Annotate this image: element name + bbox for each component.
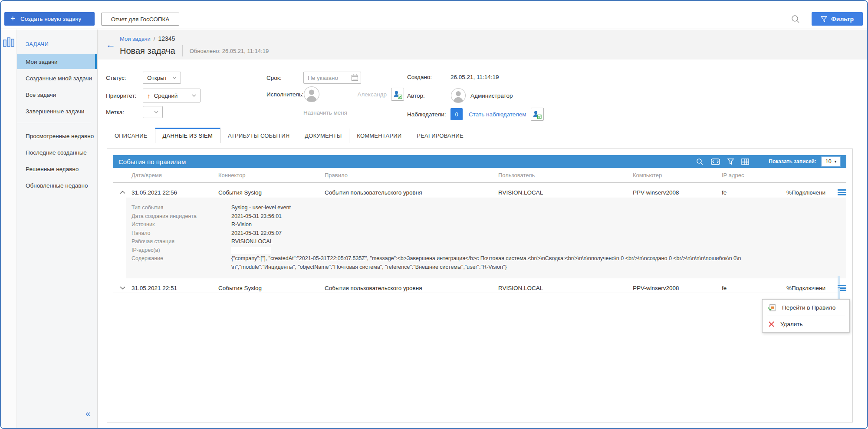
breadcrumb-link-my-tasks[interactable]: Мои задачи (120, 36, 151, 42)
plus-icon: + (10, 14, 15, 23)
sidebar: ЗАДАЧИ Мои задачи Созданные мной задачи … (17, 30, 98, 428)
priority-select[interactable]: ↑ Средний (143, 89, 201, 102)
status-select[interactable]: Открыт (143, 72, 181, 84)
tab-event-attributes[interactable]: АТРИБУТЫ СОБЫТИЯ (220, 129, 297, 143)
become-watcher-link[interactable]: Стать наблюдателем (469, 111, 526, 118)
filter-label: Фильтр (831, 16, 854, 23)
sidebar-item-created-by-me[interactable]: Созданные мной задачи (17, 71, 97, 86)
breadcrumb: Мои задачи / 12345 (120, 35, 175, 42)
status-value: Открыт (147, 75, 169, 81)
create-task-button[interactable]: + Создать новую задачу (4, 12, 95, 26)
tab-documents[interactable]: ДОКУМЕНТЫ (297, 129, 349, 143)
detail-label: IP-адрес(а) (132, 246, 231, 255)
col-user[interactable]: Пользователь (498, 172, 633, 178)
tab-response[interactable]: РЕАГИРОВАНИЕ (409, 129, 471, 143)
detail-value: 2021-05-31 22:05:07 (231, 229, 838, 238)
author-value: Администратор (470, 92, 513, 99)
col-connector[interactable]: Коннектор (218, 172, 325, 178)
add-watcher-button[interactable] (531, 108, 544, 121)
side-rail (1, 30, 16, 428)
page-header: ← Мои задачи / 12345 Новая задача Обновл… (98, 30, 867, 59)
calendar-icon[interactable] (351, 74, 358, 82)
breadcrumb-separator: / (154, 36, 155, 42)
events-table-header-bar: События по правилам Показать (113, 155, 846, 168)
col-datetime[interactable]: Дата/время (132, 172, 218, 178)
hamburger-icon (838, 189, 846, 195)
page-size-select[interactable]: 10 ▾ (821, 156, 841, 167)
row-menu-button[interactable] (838, 180, 846, 205)
main-content: ← Мои задачи / 12345 Новая задача Обновл… (98, 30, 867, 428)
table-columns-icon[interactable] (741, 158, 749, 165)
sidebar-item-recently-viewed[interactable]: Просмотренные недавно (17, 129, 97, 143)
cell-computer: PPV-winserv2008 (633, 189, 722, 196)
created-value: 26.05.21, 11:14:19 (450, 74, 499, 80)
tag-select[interactable] (143, 106, 163, 118)
context-menu-item-delete[interactable]: Удалить (763, 316, 849, 332)
sidebar-item-completed[interactable]: Завершенные задачи (17, 104, 97, 119)
page-size-value: 10 (825, 158, 832, 165)
cell-rule: События пользовательского уровня (325, 189, 498, 196)
row-context-menu: Перейти в Правило Удалить (762, 299, 850, 333)
funnel-icon (821, 16, 827, 22)
detail-value: RVISION.LOCAL (231, 238, 838, 246)
gossopka-report-button[interactable]: Отчет для ГосСОПКА (101, 13, 179, 26)
detail-label: Рабочая станция (132, 238, 231, 246)
cell-computer: PPV-winserv2008 (633, 285, 722, 291)
search-icon[interactable] (791, 14, 800, 24)
table-filter-icon[interactable] (727, 158, 734, 165)
sidebar-item-all-tasks[interactable]: Все задачи (17, 87, 97, 102)
chevron-down-icon[interactable] (120, 286, 125, 290)
filter-button[interactable]: Фильтр (812, 12, 863, 26)
table-search-icon[interactable] (696, 158, 704, 165)
context-menu-label: Удалить (780, 321, 803, 327)
col-rule[interactable]: Правило (325, 172, 498, 178)
cell-ip: fe (722, 285, 769, 291)
detail-value: Syslog - user-level event (231, 204, 838, 212)
sidebar-section-title: ЗАДАЧИ (26, 41, 97, 47)
assign-user-button[interactable] (391, 88, 404, 101)
author-avatar (450, 88, 466, 103)
siem-events-panel: События по правилам Показать (107, 148, 853, 422)
detail-value-redacted (231, 247, 271, 254)
detail-value: R-Vision (231, 221, 838, 229)
back-button[interactable]: ← (106, 40, 115, 50)
sidebar-item-my-tasks[interactable]: Мои задачи (17, 54, 97, 69)
cell-ip: fe (722, 189, 769, 196)
priority-up-icon: ↑ (147, 92, 151, 99)
status-label: Статус: (106, 75, 143, 81)
sidebar-item-recently-updated[interactable]: Обновленные недавно (17, 178, 97, 193)
cell-datetime: 31.05.2021 22:56 (132, 189, 218, 196)
assignee-avatar[interactable] (303, 86, 320, 102)
dashboard-bars-icon[interactable] (3, 37, 14, 49)
tab-bar: ОПИСАНИЕ ДАННЫЕ ИЗ SIEM АТРИБУТЫ СОБЫТИЯ… (107, 129, 853, 143)
sidebar-collapse-button[interactable]: « (85, 409, 90, 419)
assignee-label: Исполнитель: (266, 91, 303, 98)
cell-user: RVISION.LOCAL (498, 285, 633, 291)
context-menu-item-go-to-rule[interactable]: Перейти в Правило (763, 300, 849, 316)
sidebar-item-last-created[interactable]: Последние созданные (17, 145, 97, 160)
col-ip[interactable]: IP адрес (722, 172, 769, 178)
detail-value: 2021-05-31 23:56:01 (231, 212, 838, 221)
assign-me-link[interactable]: Назначить меня (303, 109, 347, 116)
row-menu-button[interactable] (838, 276, 846, 300)
app-window: + Создать новую задачу Отчет для ГосСОПК… (0, 0, 868, 429)
sidebar-item-recently-solved[interactable]: Решенные недавно (17, 162, 97, 176)
cell-extra: %Подключени (786, 189, 830, 196)
caret-down-icon: ▾ (835, 159, 837, 164)
top-toolbar: + Создать новую задачу Отчет для ГосСОПК… (1, 9, 867, 29)
table-row[interactable]: 31.05.2021 22:56 События Syslog События … (113, 183, 846, 198)
chevron-up-icon[interactable] (120, 191, 125, 194)
tab-siem-data[interactable]: ДАННЫЕ ИЗ SIEM (155, 128, 220, 143)
title-divider (182, 45, 183, 56)
col-computer[interactable]: Компьютер (633, 172, 722, 178)
column-width-icon[interactable] (711, 158, 720, 165)
show-records-label: Показать записей: (769, 158, 816, 165)
detail-label: Начало (132, 229, 231, 238)
detail-label: Содержание (132, 254, 231, 271)
tab-description[interactable]: ОПИСАНИЕ (107, 129, 155, 143)
watchers-count-badge[interactable]: 0 (450, 108, 463, 120)
table-row[interactable]: 31.05.2021 22:51 События Syslog События … (113, 278, 846, 293)
events-table-title: События по правилам (118, 158, 696, 165)
tab-comments[interactable]: КОММЕНТАРИИ (349, 129, 409, 143)
detail-label: Источник (132, 221, 231, 229)
